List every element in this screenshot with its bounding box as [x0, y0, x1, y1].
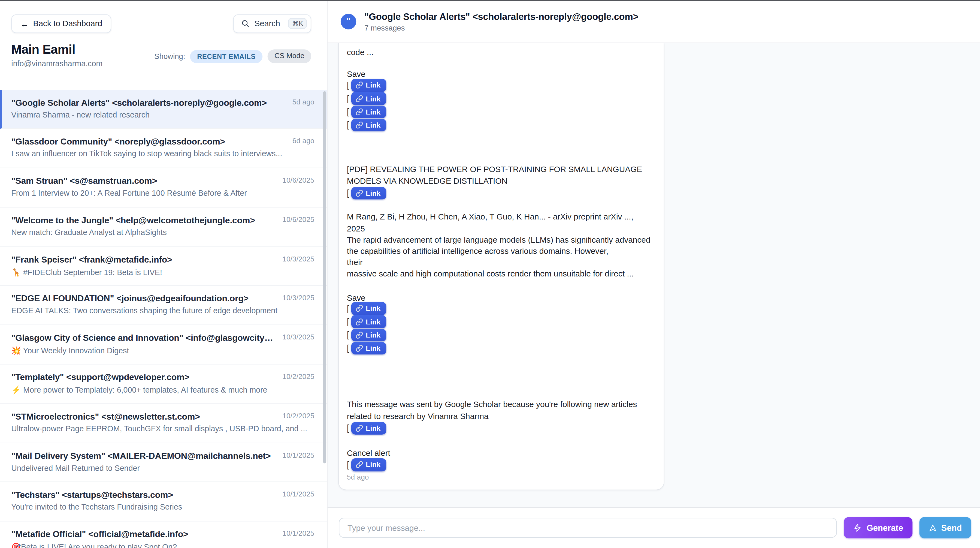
- email-sender: "Glasgow City of Science and Innovation"…: [11, 333, 277, 343]
- chain-link-icon: [355, 318, 363, 325]
- message-text-line: their: [347, 257, 655, 268]
- message-text-line: related to research by Vinamra Sharma: [347, 411, 655, 422]
- link-row: [Link: [347, 187, 655, 200]
- mailbox-address: info@vinamrasharma.com: [11, 59, 102, 68]
- link-row: [Link: [347, 422, 655, 435]
- chain-link-icon: [355, 190, 363, 197]
- email-sender: "Frank Speiser" <frank@metafide.info>: [11, 254, 172, 264]
- thread-scroll-area[interactable]: code ...Save[Link[Link[Link[Link[PDF] RE…: [328, 43, 980, 507]
- email-sender: "Google Scholar Alerts" <scholaralerts-n…: [11, 97, 267, 107]
- link-button[interactable]: Link: [351, 458, 386, 471]
- email-list-item[interactable]: "Glassdoor Community" <noreply@glassdoor…: [0, 129, 327, 168]
- bracket-text: [: [347, 189, 349, 198]
- email-date: 10/1/2025: [282, 529, 314, 537]
- email-list-item[interactable]: "Sam Struan" <s@samstruan.com>10/6/2025F…: [0, 168, 327, 207]
- email-date: 10/6/2025: [282, 176, 314, 184]
- email-preview: Undelivered Mail Returned to Sender: [11, 464, 314, 473]
- chain-link-icon: [355, 121, 363, 129]
- chain-link-icon: [355, 461, 363, 469]
- email-list-item[interactable]: "Welcome to the Jungle" <help@welcometot…: [0, 207, 327, 247]
- email-list-item[interactable]: "Glasgow City of Science and Innovation"…: [0, 325, 327, 365]
- email-sender: "STMicroelectronics" <st@newsletter.st.c…: [11, 411, 200, 422]
- email-list-panel: ← Back to Dashboard Search ⌘K Main Eamil: [0, 1, 328, 548]
- email-preview: 🦒 #FIDEClub September 19: Beta is LIVE!: [11, 268, 314, 277]
- email-date: 10/3/2025: [282, 254, 314, 263]
- email-preview: 🎯Beta is LIVE! Are you ready to play Spo…: [11, 542, 314, 548]
- lightning-icon: [853, 524, 862, 532]
- email-list-item[interactable]: "Frank Speiser" <frank@metafide.info>10/…: [0, 247, 327, 286]
- link-row: [Link: [347, 458, 655, 471]
- link-group: [Link: [347, 458, 655, 471]
- link-button[interactable]: Link: [351, 315, 386, 328]
- link-button-label: Link: [366, 345, 380, 352]
- bracket-text: [: [347, 318, 349, 326]
- chain-link-icon: [355, 424, 363, 432]
- message-body: code ...Save[Link[Link[Link[Link[PDF] RE…: [347, 47, 655, 471]
- email-date: 10/1/2025: [282, 490, 314, 498]
- filter-recent-emails[interactable]: RECENT EMAILS: [190, 49, 262, 63]
- email-date: 10/2/2025: [282, 411, 314, 420]
- email-sender: "Sam Struan" <s@samstruan.com>: [11, 176, 157, 186]
- avatar-glyph: ": [346, 16, 350, 26]
- bracket-text: [: [347, 460, 349, 469]
- email-sender: "Techstars" <startups@techstars.com>: [11, 490, 173, 500]
- send-button[interactable]: Send: [920, 517, 971, 538]
- link-button[interactable]: Link: [351, 328, 386, 341]
- link-button[interactable]: Link: [351, 92, 386, 105]
- chain-link-icon: [355, 95, 363, 102]
- message-text-line: massive scale and high computational cos…: [347, 268, 655, 279]
- link-button[interactable]: Link: [351, 422, 386, 435]
- link-button[interactable]: Link: [351, 187, 386, 200]
- link-button-label: Link: [366, 95, 380, 102]
- email-list-item[interactable]: "Templately" <support@wpdeveloper.com>10…: [0, 365, 327, 404]
- link-button-label: Link: [366, 331, 380, 339]
- message-text-lines: M Rang, Z Bi, H Zhou, H Chen, A Xiao, T …: [347, 212, 655, 279]
- filter-cs-mode[interactable]: CS Mode: [267, 49, 311, 63]
- back-arrow-icon: ←: [20, 19, 29, 28]
- link-button[interactable]: Link: [351, 79, 386, 92]
- generate-button[interactable]: Generate: [844, 517, 912, 538]
- email-list-scrollbar[interactable]: [323, 91, 326, 463]
- email-list-item[interactable]: "EDGE AI FOUNDATION" <joinus@edgeaifound…: [0, 286, 327, 325]
- message-timestamp: 5d ago: [347, 473, 655, 481]
- showing-label: Showing:: [154, 52, 185, 61]
- bracket-text: [: [347, 94, 349, 103]
- email-preview: EDGE AI TALKS: Two conversations shaping…: [11, 307, 314, 315]
- link-button[interactable]: Link: [351, 119, 386, 131]
- email-preview: From 1 Interview to 20+: A Real Fortune …: [11, 189, 314, 198]
- email-sender: "Templately" <support@wpdeveloper.com>: [11, 372, 189, 382]
- link-button-label: Link: [366, 81, 380, 89]
- message-card: code ...Save[Link[Link[Link[Link[PDF] RE…: [338, 43, 664, 490]
- email-preview: Ultralow-power Page EEPROM, TouchGFX for…: [11, 424, 314, 433]
- email-list-item[interactable]: "STMicroelectronics" <st@newsletter.st.c…: [0, 404, 327, 443]
- link-row: [Link: [347, 315, 655, 328]
- bracket-text: [: [347, 344, 349, 352]
- email-date: 10/3/2025: [282, 294, 314, 302]
- email-list-item[interactable]: "Google Scholar Alerts" <scholaralerts-n…: [0, 90, 327, 129]
- link-button[interactable]: Link: [351, 105, 386, 118]
- email-date: 10/2/2025: [282, 372, 314, 380]
- search-shortcut-badge: ⌘K: [288, 18, 307, 29]
- bracket-text: [: [347, 304, 349, 313]
- bracket-text: [: [347, 121, 349, 129]
- email-list-item[interactable]: "Metafide Official" <official@metafide.i…: [0, 522, 327, 548]
- link-row: [Link: [347, 342, 655, 355]
- email-date: 6d ago: [293, 137, 315, 145]
- email-list-item[interactable]: "Techstars" <startups@techstars.com>10/1…: [0, 482, 327, 522]
- message-input[interactable]: [339, 518, 837, 537]
- message-text-line: This message was sent by Google Scholar …: [347, 399, 655, 410]
- link-group: [Link[Link[Link[Link: [347, 302, 655, 355]
- search-button[interactable]: Search ⌘K: [233, 14, 311, 33]
- email-preview: New match: Graduate Analyst at AlphaSigh…: [11, 228, 314, 237]
- email-list-item[interactable]: "Mail Delivery System" <MAILER-DAEMON@ma…: [0, 443, 327, 482]
- email-sender: "EDGE AI FOUNDATION" <joinus@edgeaifound…: [11, 294, 248, 304]
- chain-link-icon: [355, 81, 363, 89]
- link-button[interactable]: Link: [351, 342, 386, 355]
- link-button[interactable]: Link: [351, 302, 386, 315]
- back-to-dashboard-button[interactable]: ← Back to Dashboard: [11, 14, 111, 33]
- message-text-line: Cancel alert: [347, 448, 655, 459]
- email-list: "Google Scholar Alerts" <scholaralerts-n…: [0, 90, 327, 548]
- bracket-text: [: [347, 331, 349, 339]
- composer-bar: Generate Send: [328, 507, 980, 548]
- bracket-text: [: [347, 108, 349, 116]
